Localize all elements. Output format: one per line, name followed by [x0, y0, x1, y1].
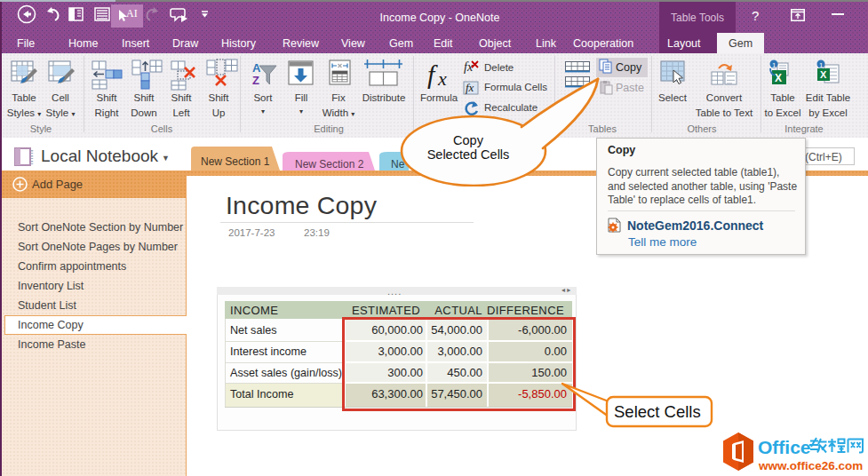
svg-text:1: 1	[819, 61, 824, 69]
svg-text:Z: Z	[252, 74, 259, 87]
svg-text:AI: AI	[126, 7, 138, 20]
svg-text:www.office26.com: www.office26.com	[758, 459, 863, 472]
svg-text:A: A	[252, 61, 261, 75]
svg-text:Office: Office	[758, 437, 811, 457]
svg-text:X: X	[775, 72, 782, 84]
svg-text:X: X	[820, 69, 827, 80]
svg-text:1: 1	[772, 61, 776, 69]
